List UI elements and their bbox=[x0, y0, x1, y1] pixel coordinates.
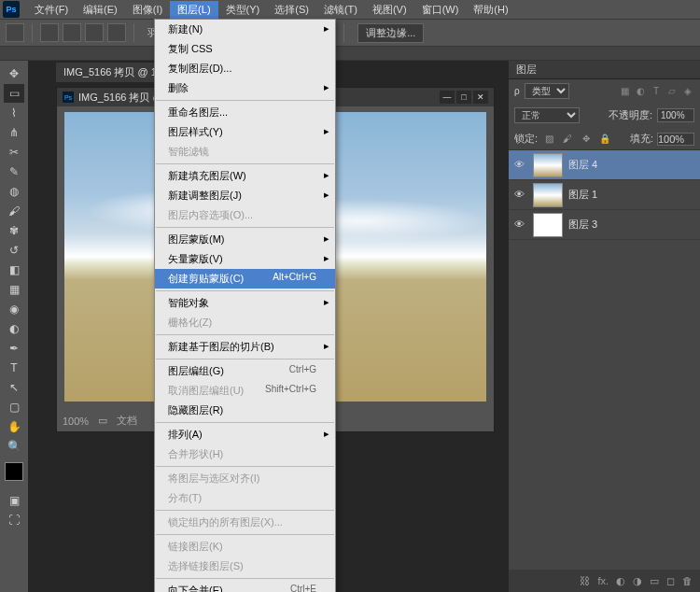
menu-1[interactable]: 编辑(E) bbox=[76, 1, 125, 19]
menu-item[interactable]: 矢量蒙版(V) bbox=[155, 249, 335, 269]
hand-tool[interactable]: ✋ bbox=[4, 417, 24, 436]
visibility-icon[interactable]: 👁 bbox=[514, 159, 527, 172]
sel-mode-int-icon[interactable] bbox=[107, 23, 126, 42]
layer-row[interactable]: 👁图层 1 bbox=[509, 180, 700, 210]
collapsed-panel-strip[interactable] bbox=[0, 47, 700, 61]
dodge-tool[interactable]: ◐ bbox=[4, 319, 24, 338]
gradient-tool[interactable]: ▦ bbox=[4, 280, 24, 299]
menu-4[interactable]: 类型(Y) bbox=[218, 1, 268, 19]
trash-icon[interactable]: 🗑 bbox=[682, 575, 693, 586]
mask-icon[interactable]: ◐ bbox=[616, 575, 625, 587]
lock-all-icon[interactable]: 🔒 bbox=[597, 132, 612, 147]
toolbox: ✥ ▭ ⌇ ⋔ ✂ ✎ ◍ 🖌 ✾ ↺ ◧ ▦ ◉ ◐ ✒ T ↖ ▢ ✋ 🔍 … bbox=[0, 61, 28, 592]
layer-thumb[interactable] bbox=[533, 213, 563, 237]
menu-7[interactable]: 视图(V) bbox=[365, 1, 414, 19]
marquee-tool[interactable]: ▭ bbox=[4, 84, 24, 103]
fx-icon[interactable]: fx. bbox=[597, 575, 609, 586]
link-icon[interactable]: ⛓ bbox=[580, 575, 590, 586]
layer-thumb[interactable] bbox=[533, 183, 563, 207]
group-icon[interactable]: ▭ bbox=[650, 575, 659, 587]
minimize-button[interactable]: — bbox=[440, 91, 455, 104]
menu-item[interactable]: 新建调整图层(J) bbox=[155, 186, 335, 205]
shape-tool[interactable]: ▢ bbox=[4, 398, 24, 416]
menu-item[interactable]: 复制 CSS bbox=[155, 39, 335, 59]
layer-name: 图层 3 bbox=[568, 218, 597, 232]
menu-8[interactable]: 窗口(W) bbox=[414, 1, 467, 19]
zoom-tool[interactable]: 🔍 bbox=[4, 437, 24, 456]
quickmask-tool[interactable]: ▣ bbox=[4, 491, 24, 510]
menu-item[interactable]: 隐藏图层(R) bbox=[155, 401, 335, 420]
eraser-tool[interactable]: ◧ bbox=[4, 261, 24, 279]
menu-item[interactable]: 排列(A) bbox=[155, 425, 335, 444]
lock-pixel-icon[interactable]: 🖌 bbox=[560, 132, 575, 147]
menu-item[interactable]: 智能对象 bbox=[155, 293, 335, 313]
layer-thumb[interactable] bbox=[533, 153, 563, 177]
menu-9[interactable]: 帮助(H) bbox=[466, 1, 515, 19]
eyedropper-tool[interactable]: ✎ bbox=[4, 162, 24, 181]
history-brush-tool[interactable]: ↺ bbox=[4, 241, 24, 260]
new-layer-icon[interactable]: ◻ bbox=[666, 575, 675, 587]
menu-item[interactable]: 图层蒙版(M) bbox=[155, 230, 335, 249]
crop-tool[interactable]: ✂ bbox=[4, 143, 24, 162]
menu-item[interactable]: 创建剪贴蒙版(C)Alt+Ctrl+G bbox=[155, 269, 335, 289]
options-bar: 羽 宽度: ⇄ 高度: 调整边缘... bbox=[0, 19, 700, 47]
pen-tool[interactable]: ✒ bbox=[4, 339, 24, 358]
menu-item[interactable]: 向下合并(E)Ctrl+E bbox=[155, 581, 335, 592]
color-swatch[interactable] bbox=[5, 462, 23, 481]
filter-pixel-icon[interactable]: ▦ bbox=[618, 85, 631, 98]
heal-tool[interactable]: ◍ bbox=[4, 182, 24, 201]
refine-edge-button[interactable]: 调整边缘... bbox=[357, 23, 424, 43]
wand-tool[interactable]: ⋔ bbox=[4, 123, 24, 142]
visibility-icon[interactable]: 👁 bbox=[514, 218, 527, 232]
sel-mode-new-icon[interactable] bbox=[40, 23, 59, 42]
menu-item[interactable]: 新建填充图层(W) bbox=[155, 166, 335, 186]
blend-mode-select[interactable]: 正常 bbox=[514, 107, 580, 123]
filter-type-select[interactable]: 类型 bbox=[525, 83, 569, 99]
close-button[interactable]: ✕ bbox=[473, 91, 488, 104]
lasso-tool[interactable]: ⌇ bbox=[4, 104, 24, 122]
menu-0[interactable]: 文件(F) bbox=[27, 1, 76, 19]
menu-5[interactable]: 选择(S) bbox=[267, 1, 316, 19]
filter-shape-icon[interactable]: ▱ bbox=[665, 85, 679, 98]
screenmode-tool[interactable]: ⛶ bbox=[4, 511, 24, 529]
menu-item[interactable]: 重命名图层... bbox=[155, 103, 335, 122]
menu-item[interactable]: 新建基于图层的切片(B) bbox=[155, 337, 335, 357]
menu-item[interactable]: 图层编组(G)Ctrl+G bbox=[155, 361, 335, 381]
panel-title[interactable]: 图层 bbox=[516, 63, 537, 77]
adjust-icon[interactable]: ◑ bbox=[633, 575, 642, 587]
menu-item[interactable]: 图层样式(Y) bbox=[155, 122, 335, 142]
path-tool[interactable]: ↖ bbox=[4, 378, 24, 397]
sel-mode-add-icon[interactable] bbox=[63, 23, 81, 42]
ps-logo: Ps bbox=[3, 1, 20, 18]
menu-item[interactable]: 新建(N) bbox=[155, 20, 335, 39]
maximize-button[interactable]: □ bbox=[456, 91, 471, 104]
stamp-tool[interactable]: ✾ bbox=[4, 221, 24, 240]
move-tool[interactable]: ✥ bbox=[4, 64, 24, 83]
menu-item[interactable]: 复制图层(D)... bbox=[155, 59, 335, 78]
menu-item[interactable]: 删除 bbox=[155, 78, 335, 98]
visibility-icon[interactable]: 👁 bbox=[514, 189, 527, 202]
lock-pos-icon[interactable]: ✥ bbox=[579, 132, 594, 147]
menu-item: 将图层与选区对齐(I) bbox=[155, 469, 335, 488]
tool-preset-icon[interactable] bbox=[6, 23, 24, 42]
layer-row[interactable]: 👁图层 4 bbox=[509, 150, 700, 180]
menu-6[interactable]: 滤镜(T) bbox=[316, 1, 365, 19]
lock-trans-icon[interactable]: ▨ bbox=[541, 132, 556, 147]
layer-name: 图层 4 bbox=[568, 158, 597, 172]
opacity-input[interactable] bbox=[657, 108, 694, 122]
type-tool[interactable]: T bbox=[4, 359, 24, 377]
filter-smart-icon[interactable]: ◈ bbox=[681, 85, 694, 98]
fill-input[interactable] bbox=[657, 133, 694, 146]
filter-type-icon[interactable]: T bbox=[650, 85, 663, 98]
layer-row[interactable]: 👁图层 3 bbox=[509, 210, 700, 240]
menu-item: 图层内容选项(O)... bbox=[155, 205, 335, 225]
filter-adjust-icon[interactable]: ◐ bbox=[634, 85, 647, 98]
menu-2[interactable]: 图像(I) bbox=[125, 1, 170, 19]
sel-mode-sub-icon[interactable] bbox=[85, 23, 104, 42]
zoom-level[interactable]: 100% bbox=[63, 416, 89, 427]
blur-tool[interactable]: ◉ bbox=[4, 300, 24, 318]
doc-info-icon[interactable]: ▭ bbox=[98, 415, 107, 427]
brush-tool[interactable]: 🖌 bbox=[4, 202, 24, 220]
menu-item: 智能滤镜 bbox=[155, 142, 335, 162]
menu-3[interactable]: 图层(L) bbox=[170, 1, 217, 19]
